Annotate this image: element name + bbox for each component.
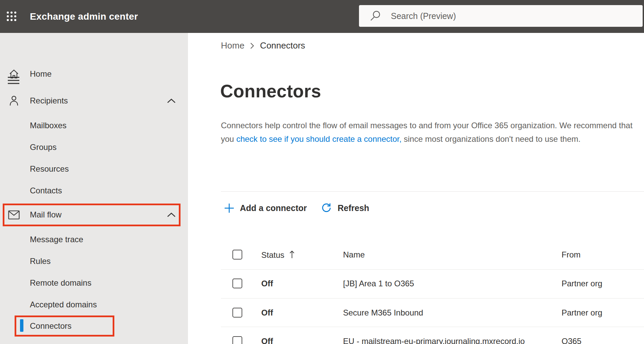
search-icon — [369, 10, 381, 22]
description-text: since most organizations don't need to u… — [401, 134, 581, 144]
page-description: Connectors help control the flow of emai… — [221, 119, 636, 146]
app-launcher-waffle-icon[interactable] — [4, 9, 19, 24]
row-status: Off — [261, 336, 273, 344]
add-connector-button[interactable]: Add a connector — [224, 199, 307, 216]
person-icon — [8, 95, 20, 106]
chevron-up-icon[interactable] — [166, 98, 176, 103]
row-divider — [221, 327, 644, 327]
sidebar-item-label: Home — [30, 69, 52, 79]
sidebar-item-label: Recipients — [30, 96, 68, 106]
row-from: Partner org — [562, 308, 602, 318]
column-header-status[interactable]: Status — [261, 250, 295, 261]
table-header-divider — [221, 269, 644, 270]
select-all-checkbox[interactable] — [232, 250, 242, 260]
row-divider — [221, 298, 644, 299]
row-checkbox[interactable] — [232, 279, 242, 288]
sidebar-item-rules[interactable]: Rules — [0, 252, 188, 271]
sort-ascending-icon — [289, 250, 295, 261]
column-header-from[interactable]: From — [562, 250, 581, 260]
sidebar-item-groups[interactable]: Groups — [0, 138, 188, 157]
row-name[interactable]: EU - mailstream-eu-primary.journaling.mx… — [343, 336, 525, 344]
sidebar-item-mailboxes[interactable]: Mailboxes — [0, 116, 188, 135]
sidebar-item-label: Groups — [30, 142, 57, 152]
chevron-right-icon — [250, 41, 254, 50]
sidebar-item-label: Mailboxes — [30, 121, 67, 130]
row-name[interactable]: Secure M365 Inbound — [343, 308, 423, 318]
sidebar-item-label: Accepted domains — [30, 300, 97, 309]
global-search-box[interactable] — [359, 5, 643, 27]
breadcrumb-home-link[interactable]: Home — [221, 40, 244, 51]
row-from: O365 — [562, 336, 582, 344]
sidebar-item-home[interactable]: Home — [0, 64, 188, 83]
row-status: Off — [261, 308, 273, 318]
sidebar-item-contacts[interactable]: Contacts — [0, 181, 188, 200]
sidebar-item-label: Connectors — [30, 321, 72, 331]
refresh-icon — [321, 202, 332, 214]
sidebar-item-connectors[interactable]: Connectors — [0, 317, 188, 336]
sidebar-item-label: Message trace — [30, 235, 83, 244]
column-header-name[interactable]: Name — [343, 250, 365, 260]
column-header-label: Status — [261, 250, 284, 260]
row-name[interactable]: [JB] Area 1 to O365 — [343, 279, 414, 288]
mail-icon — [8, 210, 20, 219]
exchange-admin-center-page: Exchange admin center — [0, 0, 644, 344]
plus-icon — [224, 203, 234, 213]
home-icon — [8, 69, 20, 79]
sidebar-item-label: Resources — [30, 164, 69, 174]
breadcrumb: Home Connectors — [221, 40, 305, 51]
toolbar-top-divider — [221, 191, 644, 192]
row-status: Off — [261, 279, 273, 288]
sidebar-item-resources[interactable]: Resources — [0, 159, 188, 178]
breadcrumb-current: Connectors — [260, 40, 305, 51]
sidebar-item-label: Rules — [30, 256, 51, 266]
chevron-up-icon[interactable] — [166, 212, 176, 217]
sidebar-item-label: Mail flow — [30, 210, 61, 219]
sidebar-item-accepted-domains[interactable]: Accepted domains — [0, 295, 188, 314]
sidebar-item-mail-flow[interactable]: Mail flow — [0, 205, 188, 224]
row-checkbox[interactable] — [232, 336, 242, 344]
page-title: Connectors — [220, 81, 321, 101]
row-from: Partner org — [562, 279, 602, 288]
sidebar-item-label: Remote domains — [30, 278, 91, 288]
row-checkbox[interactable] — [232, 308, 242, 318]
add-connector-label: Add a connector — [240, 203, 307, 213]
refresh-label: Refresh — [338, 203, 369, 213]
search-input[interactable] — [391, 11, 594, 21]
left-navigation: Home Recipients Mailboxes Groups — [0, 33, 188, 344]
sidebar-item-message-trace[interactable]: Message trace — [0, 230, 188, 249]
app-title: Exchange admin center — [30, 0, 138, 33]
sidebar-item-remote-domains[interactable]: Remote domains — [0, 273, 188, 292]
sidebar-item-recipients[interactable]: Recipients — [0, 91, 188, 110]
top-app-bar: Exchange admin center — [0, 0, 644, 33]
refresh-button[interactable]: Refresh — [321, 199, 369, 216]
create-connector-check-link[interactable]: check to see if you should create a conn… — [236, 134, 401, 144]
sidebar-item-label: Contacts — [30, 186, 62, 195]
